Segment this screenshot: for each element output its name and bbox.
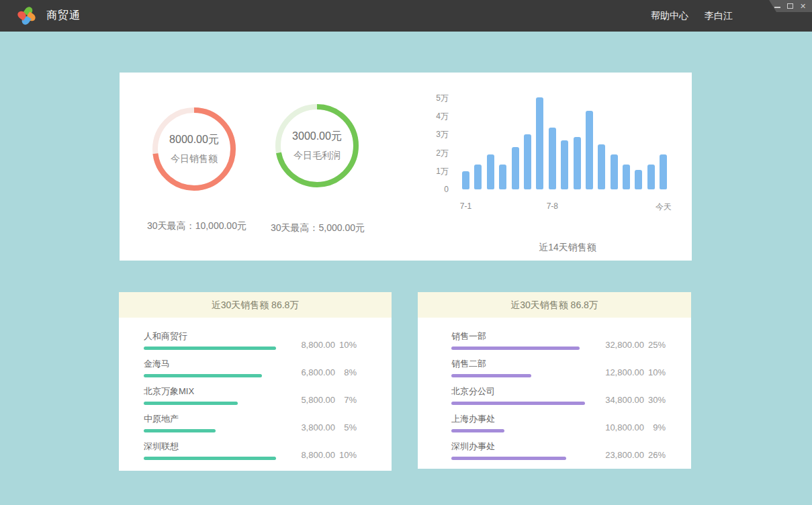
day-sales-bar [487, 154, 494, 189]
day-sales-bar [499, 165, 506, 189]
dept-rank-title: 近30天销售额 86.8万 [418, 292, 691, 318]
day-sales-bar [647, 165, 655, 189]
rank-row-left: 北京分公司 [451, 385, 585, 405]
rank-item-percent: 5% [335, 422, 357, 432]
rank-row: 人和商贸行8,800.0010% [144, 330, 357, 350]
rank-item-name: 深圳联想 [144, 441, 276, 453]
minimize-icon[interactable] [774, 3, 781, 10]
bar-chart-bars [462, 97, 667, 189]
rank-row-left: 金海马 [144, 358, 262, 377]
overview-card: 8000.00元 今日销售额 3000.00元 今日毛利润 30天最高：10,0… [120, 73, 692, 261]
title-bar: 商贸通 帮助中心 李白江 ✕ [0, 0, 812, 32]
y-axis-tick: 1万 [422, 167, 449, 176]
today-profit-gauge: 3000.00元 今日毛利润 [275, 104, 359, 187]
rank-row-left: 深圳办事处 [451, 441, 566, 460]
rank-row: 北京分公司34,800.0030% [451, 385, 666, 405]
rank-row-left: 销售二部 [451, 358, 531, 377]
customer-rank-title: 近30天销售额 86.8万 [119, 292, 392, 318]
rank-item-amount: 23,800.00 [592, 450, 644, 460]
rank-item-amount: 34,800.00 [592, 395, 644, 405]
x-axis-tick: 7-8 [547, 201, 558, 211]
y-axis-tick: 4万 [422, 111, 449, 121]
rank-item-amount: 10,800.00 [592, 422, 644, 432]
rank-item-name: 销售一部 [451, 330, 580, 342]
rank-item-bar [144, 429, 216, 432]
rank-item-name: 深圳办事处 [451, 441, 566, 453]
customer-rank-list: 人和商贸行8,800.0010%金海马6,800.008%北京万象MIX5,80… [119, 318, 392, 460]
rank-item-amount: 12,800.00 [592, 367, 644, 377]
day-sales-bar [512, 147, 519, 189]
rank-item-percent: 7% [335, 395, 357, 405]
day-sales-bar [635, 170, 642, 189]
y-axis-tick: 0 [422, 185, 449, 194]
rank-row-left: 深圳联想 [144, 441, 276, 460]
user-menu[interactable]: 李白江 [705, 10, 733, 22]
rank-item-name: 销售二部 [451, 358, 531, 370]
rank-item-name: 北京分公司 [451, 385, 585, 398]
today-sales-value: 8000.00元 [169, 133, 219, 147]
rank-item-values: 8,800.0010% [283, 450, 357, 460]
rank-row: 深圳联想8,800.0010% [144, 441, 357, 460]
rank-item-amount: 8,800.00 [283, 340, 335, 350]
rank-row-left: 人和商贸行 [144, 330, 276, 350]
rank-item-percent: 8% [335, 367, 357, 377]
help-center-link[interactable]: 帮助中心 [651, 10, 688, 22]
rank-item-percent: 10% [335, 450, 357, 460]
rank-item-bar [144, 347, 276, 350]
rank-item-values: 8,800.0010% [283, 340, 357, 350]
day-sales-bar [474, 165, 482, 189]
rank-row: 深圳办事处23,800.0026% [451, 441, 666, 460]
profit-30d-max: 30天最高：5,000.00元 [240, 222, 395, 234]
dept-rank-card: 近30天销售额 86.8万 销售一部32,800.0025%销售二部12,800… [418, 292, 691, 469]
rank-item-bar [144, 374, 262, 377]
rank-item-bar [451, 347, 580, 350]
day-sales-bar [524, 134, 531, 189]
dept-rank-list: 销售一部32,800.0025%销售二部12,800.0010%北京分公司34,… [418, 318, 691, 460]
rank-item-amount: 3,800.00 [283, 422, 335, 432]
rank-item-amount: 5,800.00 [283, 395, 335, 405]
rank-row: 销售二部12,800.0010% [451, 358, 666, 377]
today-sales-gauge: 8000.00元 今日销售额 [152, 107, 236, 191]
y-axis-tick: 5万 [422, 93, 449, 103]
today-profit-label: 今日毛利润 [294, 150, 341, 162]
day-sales-bar [586, 111, 593, 189]
rank-item-amount: 32,800.00 [592, 340, 644, 350]
rank-item-amount: 8,800.00 [283, 450, 335, 460]
rank-row: 上海办事处10,800.009% [451, 413, 666, 432]
rank-item-values: 32,800.0025% [592, 340, 666, 350]
rank-item-values: 34,800.0030% [592, 395, 666, 405]
rank-row: 北京万象MIX5,800.007% [144, 385, 357, 405]
maximize-icon[interactable] [786, 3, 794, 10]
day-sales-bar [549, 128, 556, 189]
window-controls: ✕ [769, 0, 812, 12]
sales-14d-bar-chart: 5万4万3万2万1万0 7-17-8今天 近14天销售额 [430, 93, 685, 254]
rank-item-percent: 10% [644, 367, 666, 377]
day-sales-bar [598, 144, 605, 189]
customer-rank-card: 近30天销售额 86.8万 人和商贸行8,800.0010%金海马6,800.0… [119, 292, 392, 471]
rank-item-bar [144, 457, 276, 460]
app-title: 商贸通 [46, 9, 81, 23]
today-profit-value: 3000.00元 [292, 130, 342, 144]
day-sales-bar [611, 154, 618, 189]
rank-item-percent: 25% [644, 340, 666, 350]
rank-item-bar [451, 402, 585, 405]
rank-row-left: 中原地产 [144, 413, 216, 432]
bar-chart-caption: 近14天销售额 [447, 242, 688, 254]
rank-item-name: 中原地产 [144, 413, 216, 425]
rank-item-name: 金海马 [144, 358, 262, 370]
app-logo-icon [17, 7, 36, 26]
rank-item-values: 10,800.009% [592, 422, 666, 432]
rank-item-values: 6,800.008% [283, 367, 357, 377]
rank-row-left: 上海办事处 [451, 413, 504, 432]
rank-row: 销售一部32,800.0025% [451, 330, 666, 350]
rank-item-values: 23,800.0026% [592, 450, 666, 460]
rank-item-bar [451, 374, 531, 377]
x-axis-tick: 今天 [656, 201, 672, 213]
today-sales-label: 今日销售额 [171, 153, 218, 165]
rank-item-name: 人和商贸行 [144, 330, 276, 342]
y-axis-tick: 3万 [422, 130, 449, 139]
x-axis-tick: 7-1 [460, 201, 471, 211]
rank-item-values: 3,800.005% [283, 422, 357, 432]
rank-row-left: 销售一部 [451, 330, 580, 350]
close-icon[interactable]: ✕ [799, 3, 807, 10]
